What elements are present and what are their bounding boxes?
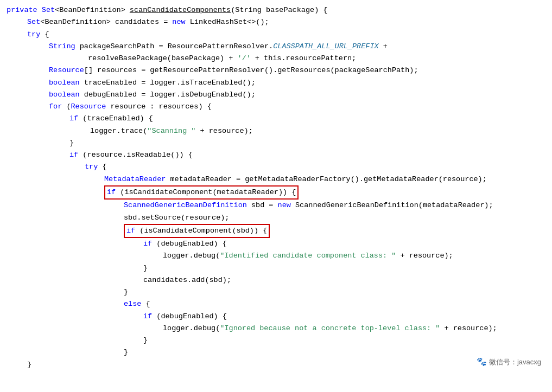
plain: (String basePackage) { bbox=[231, 4, 327, 16]
code-line: Resource[] resources = getResourcePatter… bbox=[0, 65, 552, 76]
code-container: private Set<BeanDefinition> scanCandidat… bbox=[0, 0, 552, 375]
highlighted-if-2: if (isCandidateComponent(sbd)) { bbox=[124, 224, 270, 238]
keyword: if bbox=[69, 149, 78, 161]
method-name: scanCandidateComponents bbox=[130, 4, 231, 16]
plain: sbd = bbox=[247, 200, 278, 211]
watermark-text: 微信号：javacxg bbox=[489, 358, 541, 366]
plain: metadataReader = getMetadataReaderFactor… bbox=[166, 173, 486, 185]
type: Set bbox=[42, 4, 55, 16]
keyword: new bbox=[172, 16, 185, 28]
plain: + resource); bbox=[440, 323, 497, 335]
code-line: ScannedGenericBeanDefinition sbd = new S… bbox=[0, 200, 552, 211]
string: "Ignored because not a concrete top-leve… bbox=[220, 323, 440, 335]
code-line: try { bbox=[0, 29, 552, 41]
plain: resolveBasePackage(basePackage) + bbox=[88, 53, 237, 65]
plain: + this.resourcePattern; bbox=[251, 53, 356, 65]
code-line: Set<BeanDefinition> candidates = new Lin… bbox=[0, 16, 552, 28]
plain: (debugEnabled) { bbox=[152, 238, 227, 250]
code-line: MetadataReader metadataReader = getMetad… bbox=[0, 173, 552, 185]
code-line: } bbox=[0, 359, 552, 371]
plain: logger.debug( bbox=[163, 323, 220, 335]
plain: (traceEnabled) { bbox=[78, 113, 153, 125]
keyword: if bbox=[107, 188, 116, 196]
plain: (resource.isReadable()) { bbox=[78, 149, 193, 161]
watermark: 🐾 微信号：javacxg bbox=[477, 355, 541, 369]
keyword: for bbox=[49, 101, 62, 113]
plain: debugEnabled = logger.isDebugEnabled(); bbox=[80, 89, 256, 101]
code-line: for (Resource resource : resources) { bbox=[0, 101, 552, 113]
plain: resource : resources) { bbox=[106, 101, 211, 113]
plain: sbd.setSource(resource); bbox=[124, 212, 229, 224]
plain: ( bbox=[62, 101, 71, 113]
plain: <BeanDefinition> candidates = bbox=[40, 16, 172, 28]
code-line: } bbox=[0, 137, 552, 149]
plain: } bbox=[69, 137, 74, 149]
code-line: sbd.setSource(resource); bbox=[0, 212, 552, 224]
code-line: } bbox=[0, 335, 552, 346]
plain: logger.debug( bbox=[163, 250, 220, 262]
code-line: resolveBasePackage(basePackage) + '/' + … bbox=[0, 53, 552, 65]
keyword: Resource bbox=[71, 101, 106, 113]
keyword: MetadataReader bbox=[104, 173, 166, 185]
plain: { bbox=[98, 161, 106, 173]
plain: + resource); bbox=[195, 125, 252, 137]
keyword: else bbox=[124, 298, 141, 310]
keyword: ScannedGenericBeanDefinition bbox=[124, 200, 247, 211]
plain: (debugEnabled) { bbox=[152, 311, 227, 323]
string: "Identified candidate component class: " bbox=[220, 250, 396, 262]
keyword: if bbox=[126, 227, 135, 235]
keyword: Resource bbox=[49, 65, 84, 76]
keyword: if bbox=[143, 238, 152, 250]
plain: LinkedHashSet<>(); bbox=[186, 16, 269, 28]
plain: ScannedGenericBeanDefinition(metadataRea… bbox=[291, 200, 493, 211]
code-line: else { bbox=[0, 298, 552, 310]
code-line-boxed1: if (isCandidateComponent(metadataReader)… bbox=[0, 185, 552, 200]
code-line: private Set<BeanDefinition> scanCandidat… bbox=[0, 4, 552, 16]
keyword: boolean bbox=[49, 77, 80, 89]
plain: candidates.add(sbd); bbox=[143, 274, 231, 286]
plain: { bbox=[141, 298, 150, 310]
keyword: try bbox=[27, 29, 40, 41]
code-line: if (debugEnabled) { bbox=[0, 311, 552, 323]
code-line: if (traceEnabled) { bbox=[0, 113, 552, 125]
plain: + bbox=[379, 41, 388, 53]
plain: <BeanDefinition> bbox=[55, 4, 130, 16]
keyword: new bbox=[278, 200, 291, 211]
plain: } bbox=[143, 262, 148, 274]
code-line: if (debugEnabled) { bbox=[0, 238, 552, 250]
highlighted-if-1: if (isCandidateComponent(metadataReader)… bbox=[104, 185, 299, 200]
keyword: try bbox=[85, 161, 98, 173]
keyword: String bbox=[49, 41, 75, 53]
plain: [] resources = getResourcePatternResolve… bbox=[84, 65, 418, 76]
plain: (isCandidateComponent(sbd)) { bbox=[135, 227, 267, 235]
code-line: boolean debugEnabled = logger.isDebugEna… bbox=[0, 89, 552, 101]
keyword: Set bbox=[27, 16, 40, 28]
code-line: logger.debug("Identified candidate compo… bbox=[0, 250, 552, 262]
constant: CLASSPATH_ALL_URL_PREFIX bbox=[273, 41, 378, 53]
plain: packageSearchPath = ResourcePatternResol… bbox=[75, 41, 274, 53]
string: '/' bbox=[237, 53, 250, 65]
keyword: boolean bbox=[49, 89, 80, 101]
code-line: } bbox=[0, 286, 552, 298]
plain: { bbox=[40, 29, 49, 41]
code-line: } bbox=[0, 346, 552, 358]
plain: } bbox=[143, 335, 148, 346]
plain: logger.trace( bbox=[90, 125, 147, 137]
plain: } bbox=[27, 359, 31, 371]
code-line-boxed2: if (isCandidateComponent(sbd)) { bbox=[0, 224, 552, 238]
watermark-icon: 🐾 bbox=[477, 357, 489, 366]
string: "Scanning " bbox=[147, 125, 195, 137]
keyword: private bbox=[7, 4, 42, 16]
code-line: candidates.add(sbd); bbox=[0, 274, 552, 286]
plain: } bbox=[124, 286, 128, 298]
code-line: logger.trace("Scanning " + resource); bbox=[0, 125, 552, 137]
plain: + resource); bbox=[396, 250, 453, 262]
code-line: } bbox=[0, 262, 552, 274]
plain: (isCandidateComponent(metadataReader)) { bbox=[116, 188, 296, 196]
code-line: String packageSearchPath = ResourcePatte… bbox=[0, 41, 552, 53]
keyword: if bbox=[143, 311, 152, 323]
code-line: logger.debug("Ignored because not a conc… bbox=[0, 323, 552, 335]
plain: traceEnabled = logger.isTraceEnabled(); bbox=[80, 77, 256, 89]
keyword: if bbox=[69, 113, 78, 125]
plain: } bbox=[124, 346, 128, 358]
